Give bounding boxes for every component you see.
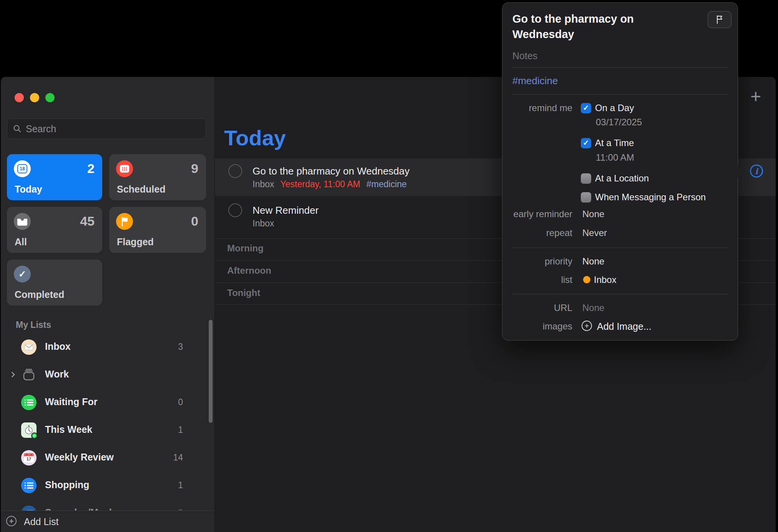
flag-icon [116,213,133,230]
add-list-icon: + [6,516,17,526]
reminder-tag[interactable]: #medicine [366,179,407,189]
list-label: Work [45,369,69,380]
priority-label: priority [510,256,572,267]
sidebar-item-weekly-review[interactable]: 17 Weekly Review 14 [1,444,214,472]
date-value[interactable]: 03/17/2025 [596,116,642,128]
smart-list-flagged[interactable]: 0 Flagged [109,207,206,253]
sidebar-scrollbar[interactable] [209,320,213,423]
notes-field[interactable]: Notes [512,50,537,62]
reminder-due: Yesterday, 11:00 AM [280,179,360,189]
flag-button[interactable] [708,11,731,28]
sidebar-item-waiting-for[interactable]: Waiting For 0 [1,389,214,416]
add-image-button[interactable]: Add Image... [597,321,652,332]
page-title: Today [224,125,286,150]
list-label: Waiting For [45,396,98,407]
add-list-bar: + Add List [1,510,214,532]
at-a-time-checkbox[interactable]: ✓ [581,138,591,148]
smart-list-completed[interactable]: ✓ Completed [7,259,102,306]
smart-list-all[interactable]: 45 All [7,207,102,253]
repeat-label: repeat [510,227,572,239]
popover-divider [512,294,728,294]
reminder-title[interactable]: New Reminder [253,204,319,216]
time-value[interactable]: 11:00 AM [596,152,634,163]
calendar-page-icon: 17 [21,450,37,466]
today-label: Today [15,184,42,195]
info-icon[interactable]: i [750,165,763,178]
popover-divider [512,248,728,248]
today-count: 2 [87,161,95,176]
priority-value[interactable]: None [582,256,604,267]
list-value[interactable]: Inbox [594,274,617,286]
smart-list-scheduled[interactable]: 9 Scheduled [109,154,206,200]
list-label: list [510,274,572,286]
flagged-count: 0 [191,214,198,229]
sidebar-item-shopping[interactable]: Shopping 1 [1,472,214,499]
section-tonight: Tonight [227,288,260,298]
early-reminder-value[interactable]: None [582,208,604,220]
stack-icon [21,367,37,382]
popover-title[interactable]: Go to the pharmacy on Wednesday [512,11,651,42]
scheduled-label: Scheduled [117,184,165,195]
all-count: 45 [80,214,95,229]
reminder-list: Inbox [253,179,274,189]
reminder-list: Inbox [253,218,274,228]
list-bullets-icon [21,395,37,410]
list-bullets-icon [21,478,37,493]
minimize-window-button[interactable] [30,93,39,102]
list-label: Inbox [45,341,71,352]
section-afternoon: Afternoon [227,265,271,276]
remind-me-label: remind me [510,102,572,114]
search-placeholder: Search [26,123,56,135]
when-messaging-label: When Messaging a Person [595,191,706,203]
when-messaging-checkbox[interactable] [581,192,591,203]
url-value[interactable]: None [582,302,604,314]
on-a-day-checkbox[interactable]: ✓ [581,103,591,113]
new-reminder-button[interactable]: + [746,87,766,107]
stopwatch-icon: ⚙ [21,422,37,438]
search-icon [13,124,22,133]
popover-divider [512,67,728,68]
list-count: 14 [173,452,183,463]
envelope-icon [21,339,37,355]
all-label: All [15,236,27,248]
url-label: URL [510,302,572,314]
reminder-complete-circle[interactable] [228,203,242,217]
sidebar-item-this-week[interactable]: ⚙ This Week 1 [1,416,214,444]
search-input[interactable]: Search [7,118,206,139]
images-label: images [510,321,572,332]
my-lists-header: My Lists [16,320,51,330]
sidebar-item-work[interactable]: Work [1,361,214,389]
reminder-complete-circle[interactable] [228,164,242,178]
scheduled-calendar-icon [116,160,133,177]
sidebar: Search 18 2 Today 9 Scheduled 45 All 0 F… [1,77,214,532]
reminder-subtitle: Inbox [253,218,274,229]
repeat-value[interactable]: Never [582,227,607,239]
on-a-day-label: On a Day [595,102,634,114]
list-count: 3 [178,342,183,352]
close-window-button[interactable] [15,93,24,102]
smart-list-today[interactable]: 18 2 Today [7,154,102,200]
sidebar-item-inbox[interactable]: Inbox 3 [1,333,214,361]
checkmark-icon: ✓ [14,266,31,283]
at-a-location-checkbox[interactable] [581,173,591,184]
list-count: 1 [178,480,183,490]
section-morning: Morning [227,243,264,254]
list-label: Weekly Review [45,452,114,463]
add-image-icon: + [582,321,592,331]
all-tray-icon [14,213,31,230]
today-calendar-icon: 18 [14,160,31,177]
list-count: 0 [178,397,183,407]
zoom-window-button[interactable] [45,93,55,102]
list-label: This Week [45,424,92,435]
at-a-time-label: At a Time [595,137,634,149]
tag-medicine[interactable]: #medicine [512,75,558,87]
add-list-button[interactable]: Add List [24,516,58,527]
list-count: 1 [178,425,183,435]
flagged-label: Flagged [117,236,154,248]
expand-chevron-icon[interactable] [9,372,15,378]
reminder-detail-popover: Go to the pharmacy on Wednesday Notes #m… [502,2,738,341]
scheduled-count: 9 [191,161,198,176]
reminder-subtitle: InboxYesterday, 11:00 AM#medicine [253,179,407,190]
list-color-dot-icon [583,276,590,283]
reminder-title[interactable]: Go to the pharmacy on Wednesday [253,165,410,177]
